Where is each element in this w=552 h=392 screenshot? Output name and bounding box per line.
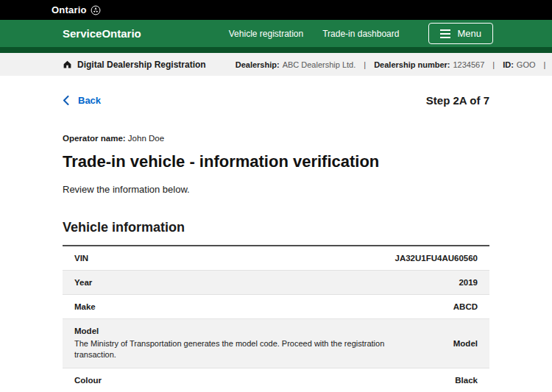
nav-vehicle-registration[interactable]: Vehicle registration: [229, 29, 303, 39]
serviceontario-brand[interactable]: ServiceOntario: [63, 27, 141, 40]
operator-line: Operator name: John Doe: [63, 134, 489, 143]
row-label: VIN: [74, 254, 88, 263]
row-value: JA32U1FU4AU60560: [394, 254, 478, 263]
menu-button-label: Menu: [457, 28, 481, 39]
vehicle-info-table: VIN JA32U1FU4AU60560 Year 2019 Make ABCD…: [63, 245, 489, 392]
trillium-icon: [91, 5, 101, 15]
back-row: Back Step 2A of 7: [63, 94, 489, 107]
table-row-colour: Colour Black: [63, 368, 489, 392]
section-title-vehicle-information: Vehicle information: [63, 220, 489, 235]
row-value: Black: [455, 376, 478, 385]
meta-bar: Digital Dealership Registration Dealersh…: [0, 53, 552, 76]
page-title: Trade-in vehicle - information verificat…: [63, 152, 489, 171]
meta-separator: |: [492, 60, 495, 69]
back-button[interactable]: Back: [63, 95, 101, 106]
row-label: Model: [74, 327, 406, 335]
meta-separator: |: [364, 60, 366, 69]
table-row-year: Year 2019: [63, 271, 489, 295]
home-icon[interactable]: [63, 60, 72, 69]
menu-button[interactable]: Menu: [428, 23, 493, 44]
row-description: The Ministry of Transportation generates…: [74, 338, 406, 360]
hamburger-icon: [440, 29, 450, 38]
row-label: Colour: [74, 376, 102, 385]
operator-name-label: Operator name:: [63, 134, 126, 143]
table-row-make: Make ABCD: [63, 295, 489, 319]
table-row-vin: VIN JA32U1FU4AU60560: [63, 246, 489, 271]
row-value: ABCD: [453, 302, 478, 311]
step-indicator: Step 2A of 7: [426, 94, 489, 107]
row-value: 2019: [459, 278, 478, 287]
operator-name-value: John Doe: [128, 134, 164, 143]
nav-trade-in-dashboard[interactable]: Trade-in dashboard: [322, 29, 399, 39]
dark-green-strip: [0, 47, 552, 53]
meta-dealership-number: Dealership number: 1234567: [374, 60, 484, 69]
ontario-top-bar: Ontario: [0, 0, 552, 20]
serviceontario-header: ServiceOntario Vehicle registration Trad…: [0, 20, 552, 47]
ontario-logo-text: Ontario: [52, 4, 87, 15]
page-subtitle: Review the information below.: [63, 184, 489, 195]
row-value: Model: [453, 339, 478, 348]
meta-dealership: Dealership: ABC Dealership Ltd.: [236, 60, 356, 69]
main-content: Back Step 2A of 7 Operator name: John Do…: [0, 94, 552, 392]
header-nav: Vehicle registration Trade-in dashboard: [229, 29, 400, 39]
chevron-left-icon: [63, 96, 69, 105]
app-title[interactable]: Digital Dealership Registration: [77, 60, 206, 70]
meta-separator: |: [544, 60, 546, 69]
row-label: Year: [74, 278, 92, 287]
row-label: Make: [74, 302, 96, 311]
table-row-model: Model The Ministry of Transportation gen…: [63, 319, 489, 368]
back-label: Back: [78, 95, 101, 106]
meta-id: ID: GOO: [503, 60, 535, 69]
